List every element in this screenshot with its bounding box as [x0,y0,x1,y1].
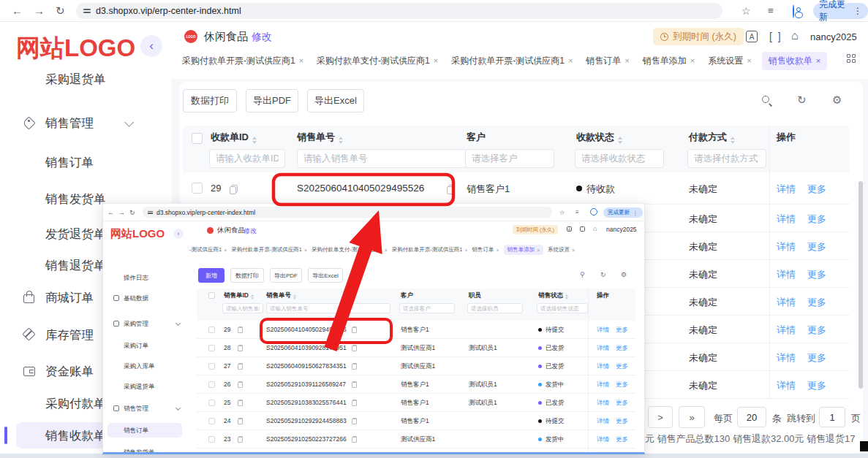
tab-purchase-invoice-2[interactable]: 采购付款单开票-测试供应商1× [448,52,575,70]
more-link[interactable]: 更多 [807,183,826,196]
tab-sales-receipt-active[interactable]: 销售收款单× [762,52,827,70]
detail-link[interactable]: 详情 [777,183,796,196]
detail-link[interactable]: 详情 [777,268,796,281]
gear-icon[interactable]: ⚙ [621,271,627,278]
language-icon[interactable]: A [746,31,758,42]
fullscreen-icon[interactable] [580,226,585,232]
sidebar-item-sales-return[interactable]: 销售退货单 [45,254,106,276]
tab-sales-add[interactable]: 销售单添加× [640,52,698,70]
filter-sales-id[interactable] [222,303,263,313]
detail-link[interactable]: 详情 [777,213,796,226]
filter-customer[interactable] [465,149,554,168]
filter-status[interactable] [537,303,588,313]
tab-sales-order[interactable]: 销售订单× [472,246,499,253]
search-icon[interactable]: ⚲ [580,271,585,278]
copy-icon[interactable] [352,345,357,351]
copy-icon[interactable] [230,185,238,194]
copy-icon[interactable] [352,400,357,406]
col-order-no[interactable]: 销售单号 [297,131,343,144]
copy-icon[interactable] [352,363,357,370]
detail-link[interactable]: 详情 [777,351,796,365]
language-icon[interactable]: A [567,226,572,232]
site-settings-icon[interactable] [83,7,91,15]
reading-list-icon[interactable]: ≡ [768,0,774,22]
sidebar-item-purchase-payment[interactable]: 采购付款单 [45,392,106,414]
sidebar-item-mall-order[interactable]: 商城订单 [45,286,94,308]
tab-cut[interactable]: -测试供应商1× [189,246,227,253]
table-row[interactable]: 26 S2025052910391126589247 销售客户1 测试职员1 发… [197,375,635,394]
tab-purchase-invoice-1[interactable]: 采购付款单开票-测试供应商1× [179,52,306,70]
sidebar-item-fund-bill[interactable]: 资金账单 [45,360,94,382]
edit-link[interactable]: 修改 [244,226,257,236]
tab-close-icon[interactable]: × [568,56,573,65]
back-icon[interactable]: ← [12,0,23,22]
copy-icon[interactable] [238,327,243,333]
profile-avatar-icon[interactable] [590,208,597,215]
copy-icon[interactable] [238,400,243,406]
detail-link[interactable]: 详情 [777,379,796,392]
more-link[interactable]: 更多 [807,351,826,365]
table-scrollbar[interactable] [858,181,863,389]
row-checkbox[interactable] [208,327,215,333]
sidebar-item-purchase-order[interactable]: 采购订单 [124,340,148,351]
table-row[interactable]: 25 S2025052910383025576441 销售客户1 测试职员1 已… [197,394,635,412]
more-link[interactable]: 更多 [807,240,826,253]
sidebar-item-delivery-return[interactable]: 发货退货单 [45,223,106,245]
row-checkbox[interactable] [208,436,215,443]
chrome-menu-icon[interactable]: ⋮ [853,6,862,16]
tab-system-settings[interactable]: 系统设置× [548,246,575,253]
filter-receipt-status[interactable] [575,149,664,168]
sidebar-item-purchase-return[interactable]: 采购退货单 [124,381,155,392]
jump-page-input[interactable] [819,407,845,427]
copy-icon[interactable] [238,418,243,424]
detail-link[interactable]: 详情 [597,394,609,412]
sidebar-item-sales-delivery[interactable]: 销售发货单 [124,447,155,454]
per-page-input[interactable] [737,407,766,427]
more-link[interactable]: 更多 [807,379,826,392]
sidebar-item-operation-log[interactable]: 操作日志 [124,272,148,283]
forward-icon[interactable]: → [34,0,45,22]
sidebar-collapse-button[interactable]: ‹ [173,229,184,239]
filter-pay-method[interactable] [687,149,766,168]
table-row[interactable]: 28 S2025060410390928174951 测试供应商1 测试职员1 … [197,339,635,357]
more-link[interactable]: 更多 [807,213,826,226]
more-link[interactable]: 更多 [807,268,826,281]
sidebar-item-purchase-inbound[interactable]: 采购入库单 [124,361,155,371]
tab-system-settings[interactable]: 系统设置× [705,52,754,70]
more-link[interactable]: 更多 [616,339,628,357]
tab-close-icon[interactable]: × [747,56,751,65]
address-bar[interactable]: d3.shopxo.vip/erp-center-index.html [76,3,722,19]
detail-link[interactable]: 详情 [777,240,796,253]
next-page-button[interactable]: > [648,406,673,428]
sidebar-item-purchase-management[interactable]: 采购管理 [124,318,148,329]
detail-link[interactable]: 详情 [597,375,609,394]
more-link[interactable]: 更多 [616,430,628,449]
copy-icon[interactable] [238,436,243,443]
address-bar[interactable]: d3.shopxo.vip/erp-center-index.html [143,207,552,218]
more-link[interactable]: 更多 [616,394,628,412]
tab-sales-add-active[interactable]: 销售单添加× [504,245,544,255]
bookmark-star-icon[interactable]: ☆ [559,204,565,221]
table-row[interactable]: 29 S2025060410405029495526 销售客户1 待提交 详情 … [197,321,635,339]
sidebar-item-sales-delivery[interactable]: 销售发货单 [45,188,106,210]
detail-link[interactable]: 详情 [597,321,609,339]
export-pdf-button[interactable]: 导出PDF [270,268,302,283]
col-pay-method[interactable]: 付款方式 [689,131,735,144]
filter-receipt-id[interactable] [209,149,285,168]
more-link[interactable]: 更多 [616,321,628,339]
gear-icon[interactable]: ⚙ [832,93,842,107]
copy-icon[interactable] [238,381,243,388]
tab-overview-icon[interactable] [847,54,856,63]
tab-close-icon[interactable]: × [434,56,438,65]
col-receipt-status[interactable]: 收款状态 [576,131,622,144]
detail-link[interactable]: 详情 [597,339,609,357]
filter-order-no[interactable] [297,149,467,168]
print-button[interactable]: 数据打印 [183,89,237,112]
sort-icon[interactable] [731,137,735,144]
tab-sales-order[interactable]: 销售订单× [583,52,632,70]
select-all-checkbox[interactable] [192,133,203,144]
detail-link[interactable]: 详情 [777,324,796,337]
bookmark-star-icon[interactable]: ☆ [741,0,751,22]
detail-link[interactable]: 详情 [777,296,796,309]
refresh-icon[interactable]: ↻ [600,271,606,278]
